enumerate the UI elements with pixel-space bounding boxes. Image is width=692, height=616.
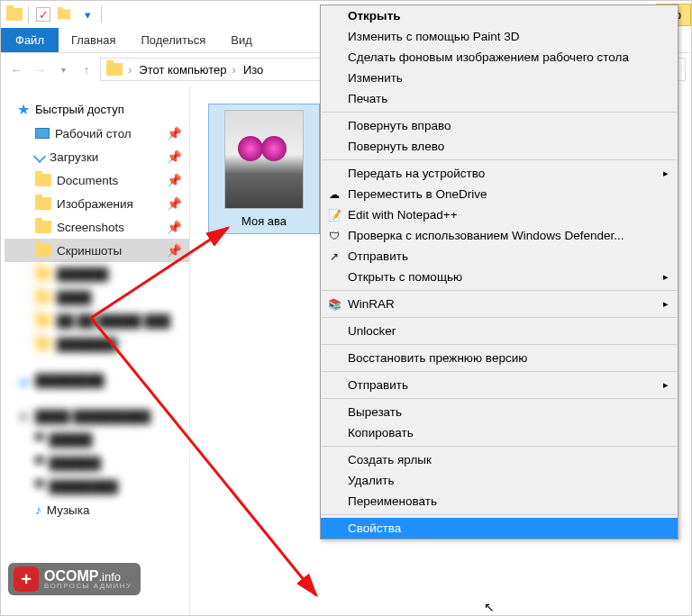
file-tab[interactable]: Файл xyxy=(1,28,59,52)
menu-item-отправить[interactable]: ↗Отправить xyxy=(321,246,678,267)
file-thumbnail[interactable]: Моя ава xyxy=(208,104,320,234)
menu-item-label: Передать на устройство xyxy=(348,167,485,180)
menu-item-label: Повернуть влево xyxy=(348,140,444,153)
share-tab[interactable]: Поделиться xyxy=(128,28,218,52)
menu-item-label: Открыть xyxy=(348,9,401,23)
downloads-icon xyxy=(33,150,46,163)
share-icon: ↗ xyxy=(326,249,342,265)
menu-item-удалить[interactable]: Удалить xyxy=(321,470,678,491)
pin-icon: 📌 xyxy=(167,196,182,211)
menu-item-unlocker[interactable]: Unlocker xyxy=(321,321,678,341)
tree-pictures[interactable]: Изображения📌 xyxy=(5,192,189,215)
menu-item-печать[interactable]: Печать xyxy=(321,88,678,109)
menu-item-label: Копировать xyxy=(348,426,414,439)
back-button[interactable]: ← xyxy=(6,59,26,79)
divider xyxy=(28,6,29,23)
qat-customize-icon[interactable]: ▾ xyxy=(77,5,97,24)
menu-item-label: Свойства xyxy=(348,521,401,535)
pin-icon: 📌 xyxy=(167,220,182,234)
menu-item-label: WinRAR xyxy=(348,297,395,311)
menu-item-открыть-с-помощью[interactable]: Открыть с помощью xyxy=(321,267,678,287)
context-menu: ОткрытьИзменить с помощью Paint 3DСделат… xyxy=(320,5,678,539)
divider xyxy=(101,6,102,23)
navigation-pane: ★ Быстрый доступ Рабочий стол📌 Загрузки📌… xyxy=(1,86,190,615)
menu-separator xyxy=(322,398,677,399)
home-tab[interactable]: Главная xyxy=(59,28,128,52)
menu-item-label: Удалить xyxy=(348,474,395,487)
menu-separator xyxy=(322,159,677,160)
menu-item-отправить[interactable]: Отправить xyxy=(321,375,678,395)
tree-desktop[interactable]: Рабочий стол📌 xyxy=(5,122,189,145)
pin-icon: 📌 xyxy=(167,126,182,140)
forward-button[interactable]: → xyxy=(30,59,50,79)
desktop-icon xyxy=(35,128,50,139)
watermark-subtitle: ВОПРОСЫ АДМИНУ xyxy=(44,582,132,590)
menu-item-проверка-с-использованием-wi[interactable]: 🛡Проверка с использованием Windows Defen… xyxy=(321,225,678,246)
menu-item-копировать[interactable]: Копировать xyxy=(321,422,678,443)
menu-separator xyxy=(322,446,677,447)
crumb-this-pc[interactable]: Этот компьютер› xyxy=(137,63,240,77)
menu-item-winrar[interactable]: 📚WinRAR xyxy=(321,294,678,314)
tree-screenshots-en[interactable]: Screenshots📌 xyxy=(5,215,189,239)
watermark-badge: + xyxy=(14,566,39,592)
tree-downloads[interactable]: Загрузки📌 xyxy=(5,145,189,168)
folder-icon xyxy=(35,174,51,186)
menu-item-восстановить-прежнюю-версию[interactable]: Восстановить прежнюю версию xyxy=(321,348,678,368)
menu-item-вырезать[interactable]: Вырезать xyxy=(321,402,678,422)
menu-item-повернуть-влево[interactable]: Повернуть влево xyxy=(321,136,678,157)
menu-item-label: Повернуть вправо xyxy=(348,119,451,132)
menu-item-label: Изменить с помощью Paint 3D xyxy=(348,30,520,43)
menu-item-label: Восстановить прежнюю версию xyxy=(348,351,527,365)
watermark: + OCOMP.info ВОПРОСЫ АДМИНУ xyxy=(8,563,141,595)
menu-item-label: Отправить xyxy=(348,249,408,263)
menu-item-label: Печать xyxy=(348,92,387,105)
menu-separator xyxy=(322,317,677,318)
folder-small-icon xyxy=(54,5,74,24)
menu-separator xyxy=(322,344,677,345)
pin-icon: 📌 xyxy=(167,149,182,164)
notepad-icon: 📝 xyxy=(326,207,342,223)
menu-item-label: Сделать фоновым изображением рабочего ст… xyxy=(348,50,629,64)
menu-item-label: Создать ярлык xyxy=(348,453,432,467)
pin-icon: 📌 xyxy=(167,243,182,258)
menu-item-сделать-фоновым-изображением[interactable]: Сделать фоновым изображением рабочего ст… xyxy=(321,47,678,68)
menu-item-передать-на-устройство[interactable]: Передать на устройство xyxy=(321,163,678,184)
menu-item-повернуть-вправо[interactable]: Повернуть вправо xyxy=(321,115,678,136)
menu-item-изменить-с-помощью-paint-3d[interactable]: Изменить с помощью Paint 3D xyxy=(321,26,678,47)
menu-separator xyxy=(322,514,677,515)
mouse-cursor: ↖ xyxy=(484,600,495,614)
crumb-icon: › xyxy=(105,63,135,77)
menu-item-переименовать[interactable]: Переименовать xyxy=(321,491,678,512)
folder-icon xyxy=(35,244,51,257)
folder-icon xyxy=(35,197,51,210)
tree-music[interactable]: ♪Музыка xyxy=(5,498,189,521)
defender-icon: 🛡 xyxy=(326,228,342,244)
quick-access-heading[interactable]: ★ Быстрый доступ xyxy=(5,96,189,122)
folder-icon xyxy=(5,5,24,24)
history-dropdown[interactable]: ▾ xyxy=(53,59,73,79)
tree-screenshots-ru[interactable]: Скриншоты📌 xyxy=(5,239,189,262)
menu-item-создать-ярлык[interactable]: Создать ярлык xyxy=(321,449,678,470)
menu-item-edit-with-notepad-[interactable]: 📝Edit with Notepad++ xyxy=(321,204,678,225)
menu-item-label: Переименовать xyxy=(348,494,437,508)
onedrive-icon: ☁ xyxy=(326,186,342,203)
thumbnail-image xyxy=(224,110,304,209)
tree-documents[interactable]: Documents📌 xyxy=(5,168,189,192)
star-icon: ★ xyxy=(17,101,30,118)
menu-item-label: Изменить xyxy=(348,71,403,85)
properties-checkbox-icon[interactable]: ✓ xyxy=(36,7,50,22)
up-button[interactable]: ↑ xyxy=(77,59,96,79)
menu-item-label: Проверка с использованием Windows Defend… xyxy=(348,229,624,242)
menu-item-label: Переместить в OneDrive xyxy=(348,187,487,201)
view-tab[interactable]: Вид xyxy=(218,28,265,52)
menu-item-изменить[interactable]: Изменить xyxy=(321,68,678,88)
crumb-pictures[interactable]: Изо xyxy=(241,63,265,77)
music-icon: ♪ xyxy=(35,503,41,517)
menu-separator xyxy=(322,112,677,113)
menu-item-label: Вырезать xyxy=(348,405,402,419)
menu-item-открыть[interactable]: Открыть xyxy=(321,5,678,26)
hidden-tree-items: ██████ ████ ██ ██ █████ ███ ███████ ☁███… xyxy=(5,262,189,498)
menu-item-label: Unlocker xyxy=(348,324,396,338)
menu-item-переместить-в-onedrive[interactable]: ☁Переместить в OneDrive xyxy=(321,184,678,204)
menu-item-свойства[interactable]: Свойства xyxy=(321,518,678,539)
